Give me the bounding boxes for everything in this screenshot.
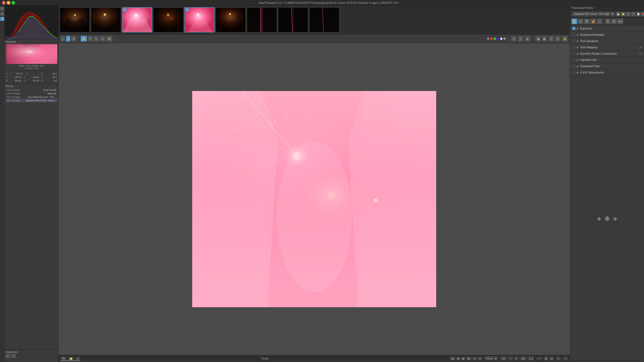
toolbar-add-btn[interactable]: + (61, 36, 65, 41)
panel-section-header-lab[interactable]: ▶ L*a*b* Adjustments (570, 69, 644, 75)
tone-map-toggle[interactable] (572, 46, 576, 49)
toolbar-info-btn[interactable]: ℹ (66, 36, 70, 41)
tone-eq-toggle[interactable] (572, 39, 576, 43)
proc-save-btn[interactable]: 💾 (616, 12, 620, 16)
toolbar-next-btn[interactable]: ▶ (542, 36, 547, 41)
dot-white[interactable] (500, 37, 503, 40)
dot-dark[interactable] (503, 37, 506, 40)
spinner-container: ❄ ❄ ❄ (597, 215, 617, 223)
toolbar-hand-btn[interactable]: ✋ (81, 36, 87, 41)
rt-tool-exposure[interactable]: ☀ (578, 19, 583, 24)
rt-tool-color[interactable]: 🎨 (572, 19, 577, 24)
filmstrip-thumb-1[interactable] (91, 7, 121, 32)
histogram-chart (5, 6, 58, 39)
toolbar-sun-btn[interactable]: ☀ (511, 36, 516, 41)
close-button[interactable] (2, 1, 6, 5)
toolbar-warn-btn[interactable]: ⚠ (518, 36, 523, 41)
left-tool-histogram[interactable]: H (0, 7, 4, 11)
dot-green[interactable] (494, 37, 496, 40)
panel-section-header-shadows[interactable]: ▶ Shadows/Highlights (570, 32, 644, 38)
filmstrip-thumb-6[interactable] (247, 7, 277, 32)
proc-compare-btn[interactable]: ⚖ (626, 12, 630, 16)
history-item-1[interactable]: PP3 changed (Neutral) (6, 92, 57, 95)
rt-tool-raw[interactable]: R (605, 19, 611, 24)
snapshot-remove-button[interactable]: − (11, 354, 16, 358)
toolbar-triangle-btn[interactable]: ▲ (525, 36, 530, 41)
vignette-toggle[interactable] (572, 58, 576, 62)
history-item-0[interactable]: Photo loaded (Last Saved) (6, 88, 57, 92)
histogram-zoom-level: 0% (6, 36, 9, 39)
rt-tool-beta[interactable]: BETA (618, 19, 623, 24)
left-tool-editor[interactable]: E (0, 17, 4, 21)
panel-section-tone-eq: ▶ Tone Equalizer (570, 38, 644, 44)
left-tool-filebrowser[interactable]: F (0, 12, 4, 16)
filmstrip-thumb-3[interactable] (153, 7, 183, 32)
proc-profile-select[interactable]: Standard Film Curve - ISO High Neutral A… (572, 12, 615, 16)
history-item-3[interactable]: PP3 changed Standard Film Curve - ISO H.… (6, 99, 57, 102)
proc-reset-btn[interactable]: ↺ (631, 12, 635, 16)
maximize-button[interactable] (12, 1, 15, 5)
history-label-0: Photo loaded (7, 89, 20, 91)
graduated-toggle[interactable] (572, 64, 576, 68)
navigator-preview[interactable] (6, 44, 57, 64)
main-image-area[interactable] (59, 43, 570, 355)
panel-section-header-tone-eq[interactable]: ▶ Tone Equalizer (570, 38, 644, 44)
dynamic-range-toggle[interactable] (572, 52, 576, 55)
proc-open-btn[interactable]: 📂 (621, 12, 625, 16)
toolbar-gradient-btn[interactable]: ⚡ (106, 36, 112, 41)
toolbar-prev-btn[interactable]: ◀ (536, 36, 541, 41)
rt-tool-detail[interactable]: 🔍 (584, 19, 590, 24)
window-controls[interactable] (2, 1, 15, 5)
filmstrip-thumb-2[interactable]: ✓ (122, 7, 152, 32)
snapshot-add-button[interactable]: + (6, 354, 10, 358)
lab-toggle[interactable] (572, 71, 576, 74)
filmstrip-thumb-8[interactable] (309, 7, 339, 32)
h-value: 1° (33, 72, 43, 75)
svg-marker-12 (95, 8, 117, 32)
history-item-2[interactable]: PP3 changed Auto-Matched Curve - ISO ... (6, 95, 57, 99)
minimize-button[interactable] (7, 1, 10, 5)
dot-red[interactable] (490, 37, 493, 40)
panel-section-exposure: ▶ Exposure (570, 25, 644, 32)
history-value-0: (Last Saved) (44, 89, 56, 91)
toolbar-crop-btn[interactable]: ✂ (94, 36, 99, 41)
rt-tool-transform[interactable]: ↔ (597, 19, 602, 24)
svg-point-13 (104, 13, 106, 16)
toolbar-rect-btn[interactable]: ▭ (100, 36, 105, 41)
exposure-toggle[interactable] (572, 27, 576, 30)
spinner-icon-2: ❄ (604, 215, 610, 223)
toolbar-redo-btn[interactable]: ↻ (555, 36, 560, 41)
exposure-title: Exposure (580, 27, 642, 30)
toolbar-lock-btn[interactable]: 🔒 (562, 36, 568, 41)
vignette-title: Vignette Filter (580, 58, 642, 61)
filmstrip-thumb-4[interactable]: ✓ (184, 7, 215, 32)
window-title: RawTherapee 5.11 - F:\RAW FILES\2025 Pho… (15, 1, 642, 4)
panel-section-header-graduated[interactable]: ▶ Graduated Filter (570, 63, 644, 69)
toolbar-menu-btn[interactable]: ☰ (71, 36, 76, 41)
snapshots-label: Snapshots (6, 351, 57, 353)
shadows-toggle[interactable] (572, 33, 576, 36)
main-image-tint (192, 91, 436, 307)
toolbar-undo-btn[interactable]: ↺ (549, 36, 554, 41)
r-label: R: (6, 72, 9, 75)
filmstrip-thumb-0[interactable] (60, 7, 90, 32)
panel-section-header-vignette[interactable]: ▶ Vignette Filter (570, 57, 644, 63)
b-label: B: (6, 79, 9, 82)
svg-rect-23 (216, 8, 246, 32)
a-label: a* (42, 75, 45, 79)
panel-section-header-tone-map[interactable]: ▶ Tone Mapping 14 (570, 44, 644, 50)
s-value: 48.5% (29, 75, 39, 79)
toolbar-pencil-btn[interactable]: ✏ (88, 36, 93, 41)
panel-section-header-dynamic-range[interactable]: ▶ Dynamic Range Compression 14 (570, 51, 644, 57)
rt-tool-color2[interactable]: 🌈 (590, 19, 596, 24)
filmstrip-thumb-5[interactable] (216, 7, 246, 32)
history-section: History Photo loaded (Last Saved) PP3 ch… (5, 84, 58, 349)
proc-copy-btn[interactable]: 📋 (636, 12, 640, 16)
proc-paste-btn[interactable]: 📌 (641, 12, 644, 16)
dot-blue[interactable] (497, 37, 499, 40)
shadows-expand-icon: ▶ (577, 33, 579, 36)
svg-point-24 (229, 13, 231, 15)
rt-tool-meta[interactable]: M (611, 19, 617, 24)
filmstrip-thumb-7[interactable] (278, 7, 308, 32)
panel-section-header-exposure[interactable]: ▶ Exposure (570, 25, 644, 31)
